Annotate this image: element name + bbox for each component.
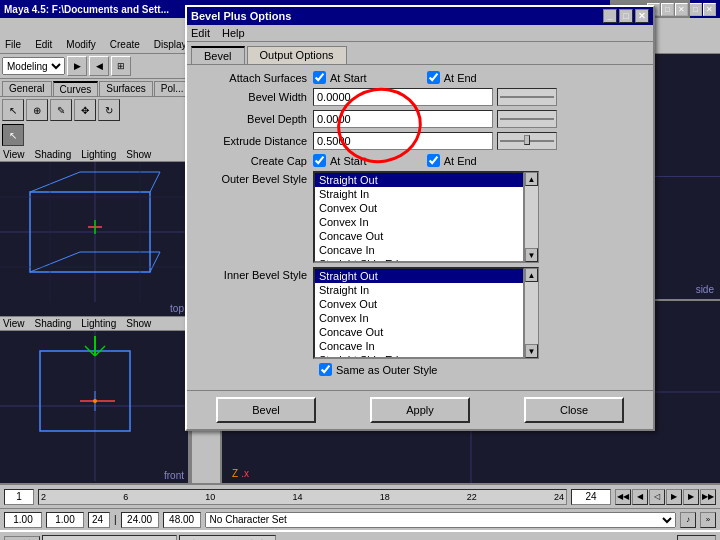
start-button[interactable]: 开始: [4, 536, 40, 540]
create-cap-end-label[interactable]: At End: [427, 154, 477, 167]
status-audio-btn[interactable]: ♪: [680, 512, 696, 528]
timeline-end-input[interactable]: [571, 489, 611, 505]
viewport-bottom-shading[interactable]: Shading: [35, 318, 72, 329]
at-end-checkbox[interactable]: [427, 71, 440, 84]
outer-item-concave-out[interactable]: Concave Out: [315, 229, 523, 243]
tool-select[interactable]: ↖: [2, 99, 24, 121]
tool-lasso[interactable]: ⊕: [26, 99, 48, 121]
tick-24: 24: [554, 492, 564, 502]
inner-item-convex-in[interactable]: Convex In: [315, 311, 523, 325]
bevel-depth-input[interactable]: [313, 110, 493, 128]
menu-file[interactable]: File: [2, 38, 24, 51]
dialog-tab-output[interactable]: Output Options: [247, 46, 347, 64]
viewport-top-view[interactable]: View: [3, 149, 25, 160]
inner-item-straight-in[interactable]: Straight In: [315, 283, 523, 297]
outer-scroll-up[interactable]: ▲: [525, 172, 538, 186]
maximize-button[interactable]: □: [689, 3, 702, 16]
status-range-start[interactable]: [121, 512, 159, 528]
inner-bevel-list[interactable]: Straight Out Straight In Convex Out Conv…: [314, 268, 524, 358]
toolbar-btn-3[interactable]: ⊞: [111, 56, 131, 76]
outer-item-straight-in[interactable]: Straight In: [315, 187, 523, 201]
extrude-distance-input[interactable]: [313, 132, 493, 150]
at-start-checkbox-label[interactable]: At Start: [313, 71, 367, 84]
inner-scroll-up[interactable]: ▲: [525, 268, 538, 282]
outer-item-straight-side[interactable]: Straight Side Edge: [315, 257, 523, 262]
bevel-plus-dialog[interactable]: Bevel Plus Options _ □ ✕ Edit Help Bevel…: [185, 5, 655, 431]
menu-edit[interactable]: Edit: [32, 38, 55, 51]
outer-item-straight-out[interactable]: Straight Out: [315, 173, 523, 187]
timeline-start-input[interactable]: [4, 489, 34, 505]
menu-modify[interactable]: Modify: [63, 38, 98, 51]
timeline-step-fwd-btn[interactable]: ▶: [683, 489, 699, 505]
dialog-tab-bevel[interactable]: Bevel: [191, 46, 245, 64]
status-field1[interactable]: [4, 512, 42, 528]
inner-item-concave-out[interactable]: Concave Out: [315, 325, 523, 339]
timeline-track[interactable]: 2 6 10 14 18 22 24: [38, 489, 567, 505]
at-end-checkbox-label[interactable]: At End: [427, 71, 477, 84]
close-button[interactable]: ✕: [703, 3, 716, 16]
viewport-top-lighting[interactable]: Lighting: [81, 149, 116, 160]
inner-item-straight-out[interactable]: Straight Out: [315, 269, 523, 283]
taskbar-maya-btn[interactable]: Maya 4.5: F:\Documents...: [42, 535, 177, 540]
viewport-bottom-lighting[interactable]: Lighting: [81, 318, 116, 329]
secondary-maximize[interactable]: □: [661, 3, 674, 16]
dialog-minimize-btn[interactable]: _: [603, 9, 617, 23]
viewport-top-show[interactable]: Show: [126, 149, 151, 160]
create-cap-start-label[interactable]: At Start: [313, 154, 367, 167]
dialog-menu-help[interactable]: Help: [222, 27, 245, 39]
viewport-bottom: front: [0, 331, 188, 484]
status-field2[interactable]: [46, 512, 84, 528]
timeline-step-back-btn[interactable]: ◀: [632, 489, 648, 505]
bevel-width-slider[interactable]: [497, 88, 557, 106]
viewport-bottom-show[interactable]: Show: [126, 318, 151, 329]
system-clock: 10:47: [677, 535, 716, 540]
same-as-outer-checkbox[interactable]: [319, 363, 332, 376]
extrude-distance-slider[interactable]: [497, 132, 557, 150]
tab-curves[interactable]: Curves: [53, 81, 99, 96]
tool-arrow[interactable]: ↖: [2, 124, 24, 146]
viewport-bottom-grid: [0, 331, 188, 484]
outer-item-concave-in[interactable]: Concave In: [315, 243, 523, 257]
status-range-end[interactable]: [163, 512, 201, 528]
create-cap-start-checkbox[interactable]: [313, 154, 326, 167]
timeline-prev-btn[interactable]: ◀◀: [615, 489, 631, 505]
tool-rotate[interactable]: ↻: [98, 99, 120, 121]
menu-display[interactable]: Display: [151, 38, 190, 51]
dialog-menu-edit[interactable]: Edit: [191, 27, 210, 39]
toolbar-btn-2[interactable]: ◀: [89, 56, 109, 76]
outer-item-convex-in[interactable]: Convex In: [315, 215, 523, 229]
outer-item-convex-out[interactable]: Convex Out: [315, 201, 523, 215]
create-cap-end-checkbox[interactable]: [427, 154, 440, 167]
inner-scroll-down[interactable]: ▼: [525, 344, 538, 358]
at-start-checkbox[interactable]: [313, 71, 326, 84]
secondary-close[interactable]: ✕: [675, 3, 688, 16]
timeline-next-btn[interactable]: ▶▶: [700, 489, 716, 505]
viewport-top-shading[interactable]: Shading: [35, 149, 72, 160]
tab-surfaces[interactable]: Surfaces: [99, 81, 152, 96]
modeling-dropdown[interactable]: Modeling: [2, 57, 65, 75]
tick-22: 22: [467, 492, 477, 502]
inner-item-straight-side[interactable]: Straight Side Edge: [315, 353, 523, 358]
viewport-bottom-view[interactable]: View: [3, 318, 25, 329]
bevel-width-input[interactable]: [313, 88, 493, 106]
outer-scroll-down[interactable]: ▼: [525, 248, 538, 262]
bevel-depth-slider[interactable]: [497, 110, 557, 128]
outer-bevel-list[interactable]: Straight Out Straight In Convex Out Conv…: [314, 172, 524, 262]
apply-button[interactable]: Apply: [370, 397, 470, 423]
tool-move[interactable]: ✥: [74, 99, 96, 121]
tab-general[interactable]: General: [2, 81, 52, 96]
dialog-close-btn[interactable]: ✕: [635, 9, 649, 23]
bevel-button[interactable]: Bevel: [216, 397, 316, 423]
inner-item-convex-out[interactable]: Convex Out: [315, 297, 523, 311]
toolbar-btn-1[interactable]: ▶: [67, 56, 87, 76]
dialog-maximize-btn[interactable]: □: [619, 9, 633, 23]
tool-paint[interactable]: ✎: [50, 99, 72, 121]
close-button[interactable]: Close: [524, 397, 624, 423]
timeline-play-back-btn[interactable]: ◁: [649, 489, 665, 505]
char-set-dropdown[interactable]: No Character Set: [205, 512, 676, 528]
menu-create[interactable]: Create: [107, 38, 143, 51]
status-more-btn[interactable]: »: [700, 512, 716, 528]
inner-item-concave-in[interactable]: Concave In: [315, 339, 523, 353]
taskbar-notepad-btn[interactable]: 建筑教程 - 记事本: [179, 535, 276, 540]
timeline-play-btn[interactable]: ▶: [666, 489, 682, 505]
